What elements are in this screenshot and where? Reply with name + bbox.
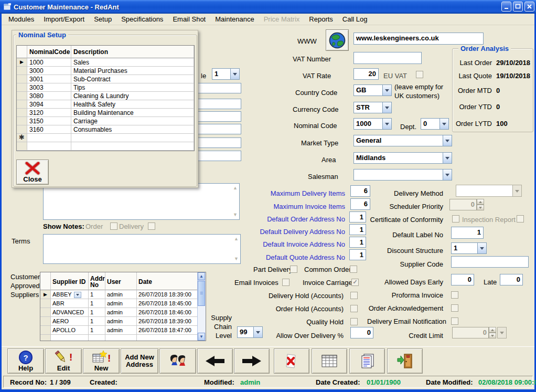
inspection-report-checkbox[interactable] xyxy=(517,215,524,223)
dropdown-arrow-icon[interactable] xyxy=(230,69,239,79)
delivery-method-dropdown[interactable] xyxy=(456,185,522,197)
dropdown-arrow-icon[interactable] xyxy=(382,85,391,96)
help-button[interactable]: ? Help xyxy=(7,348,44,374)
menu-modules[interactable]: Modules xyxy=(4,14,39,24)
nominal-code-dropdown[interactable]: 1000 xyxy=(353,118,392,130)
maximize-button[interactable] xyxy=(513,2,523,12)
dropdown-arrow-icon[interactable] xyxy=(74,292,81,298)
next-record-button[interactable] xyxy=(234,348,270,374)
show-notes-delivery-checkbox[interactable] xyxy=(148,223,155,230)
new-button[interactable]: ! New xyxy=(83,348,120,374)
supplier-row[interactable]: AERO1admin26/07/2018 18:39:00 xyxy=(40,317,198,326)
menu-call-log[interactable]: Call Log xyxy=(338,14,372,24)
spin-down-icon[interactable] xyxy=(489,333,496,338)
nominal-row[interactable]: ▶1000Sales xyxy=(17,58,194,67)
nominal-row[interactable]: 3003Tips xyxy=(17,83,194,92)
menu-setup[interactable]: Setup xyxy=(89,14,116,24)
add-new-address-button[interactable]: Add New Address xyxy=(121,348,158,374)
grid-view-button[interactable] xyxy=(312,348,347,374)
menu-email-shot[interactable]: Email Shot xyxy=(168,14,210,24)
minimize-button[interactable] xyxy=(501,2,511,12)
default-delivery-address-input[interactable]: 1 xyxy=(349,224,366,235)
www-input[interactable]: www.leskengineers.co.uk xyxy=(353,33,484,45)
discount-structure-dropdown[interactable]: 1 xyxy=(451,242,487,254)
nominal-row[interactable]: 3120Building Maintenance xyxy=(17,109,194,117)
invoice-carriage-checkbox[interactable] xyxy=(351,279,359,286)
vat-number-input[interactable] xyxy=(353,52,422,64)
style-dropdown[interactable]: 1 xyxy=(212,68,240,80)
dropdown-arrow-icon[interactable] xyxy=(382,119,391,129)
default-invoice-address-input[interactable]: 1 xyxy=(349,237,366,248)
delivery-email-notification-checkbox[interactable] xyxy=(451,317,458,325)
vat-rate-input[interactable]: 20 xyxy=(353,68,379,80)
contacts-button[interactable] xyxy=(159,348,196,374)
supplier-row[interactable]: ABR1admin26/07/2018 18:45:00 xyxy=(40,299,198,308)
spin-up-icon[interactable] xyxy=(489,327,496,333)
scroll-down-icon[interactable]: ▼ xyxy=(234,257,239,261)
order-acknowledgement-checkbox[interactable] xyxy=(451,304,458,312)
title-bar[interactable]: Customer Maintenance - RedAnt xyxy=(0,0,536,14)
area-dropdown[interactable]: Midlands xyxy=(353,152,452,164)
nominal-row[interactable]: 3150Carriage xyxy=(17,117,194,125)
menu-specifications[interactable]: Specifications xyxy=(116,14,168,24)
notes-textarea[interactable]: ▲ ▼ xyxy=(43,183,240,220)
spin-down-icon[interactable] xyxy=(477,205,484,210)
scroll-up-icon[interactable]: ▲ xyxy=(233,186,238,190)
supplier-row[interactable]: APOLLO1admin26/07/2018 18:47:00 xyxy=(40,326,198,335)
scrollbar-thumb[interactable]: ☰ xyxy=(198,281,205,306)
country-code-dropdown[interactable]: GB xyxy=(353,84,392,96)
order-hold-checkbox[interactable] xyxy=(350,305,358,312)
currency-code-dropdown[interactable]: STR xyxy=(353,102,392,113)
dropdown-arrow-icon[interactable] xyxy=(477,243,486,253)
certificate-of-conformity-checkbox[interactable] xyxy=(452,215,459,223)
spin-up-icon[interactable] xyxy=(477,199,484,205)
delete-record-button[interactable] xyxy=(274,348,309,374)
dropdown-arrow-icon[interactable] xyxy=(443,135,452,146)
close-button[interactable] xyxy=(524,2,534,12)
nominal-row[interactable]: 3160Consumables xyxy=(17,125,194,134)
suppliers-scrollbar[interactable]: ▲ ☰ ▼ xyxy=(197,272,206,341)
nominal-row[interactable]: 3080Cleaning & Laundry xyxy=(17,92,194,100)
dropdown-arrow-icon[interactable] xyxy=(443,169,452,180)
email-invoices-checkbox[interactable] xyxy=(282,279,290,286)
nominal-row[interactable]: 3094Health& Safety xyxy=(17,100,194,109)
scrollbar-up-icon[interactable]: ▲ xyxy=(198,272,205,280)
dropdown-arrow-icon[interactable] xyxy=(253,327,262,337)
common-order-checkbox[interactable] xyxy=(350,266,357,273)
nominal-new-row[interactable]: ✱ xyxy=(17,134,194,142)
scroll-down-icon[interactable]: ▼ xyxy=(233,213,238,217)
previous-record-button[interactable] xyxy=(197,348,233,374)
eu-vat-checkbox[interactable] xyxy=(416,71,423,78)
part-delivery-checkbox[interactable] xyxy=(290,266,297,273)
show-notes-order-checkbox[interactable] xyxy=(110,223,117,230)
allowed-days-early-input[interactable]: 0 xyxy=(451,274,474,285)
edit-button[interactable]: ! Edit xyxy=(45,348,82,374)
supplier-row[interactable]: ▶ABBEY1admin26/07/2018 18:39:00 xyxy=(40,290,198,299)
terms-textarea[interactable]: ▲ ▼ xyxy=(43,234,241,264)
nominal-row[interactable]: 3000Material Purchases xyxy=(17,67,194,75)
scrollbar-down-icon[interactable]: ▼ xyxy=(198,333,205,341)
default-quote-address-input[interactable]: 1 xyxy=(349,249,366,260)
dropdown-arrow-icon[interactable] xyxy=(443,153,452,163)
supplier-code-input[interactable] xyxy=(451,256,529,268)
market-type-dropdown[interactable]: General xyxy=(353,135,452,146)
menu-maintenance[interactable]: Maintenance xyxy=(210,14,259,24)
scheduler-priority-spinner[interactable]: 0 xyxy=(449,199,484,210)
supply-chain-level-dropdown[interactable]: 99 xyxy=(237,326,263,338)
www-globe-button[interactable] xyxy=(326,29,349,51)
nominal-row[interactable]: 3001Sub-Contract xyxy=(17,75,194,83)
supplier-row[interactable]: ADVANCED1admin26/07/2018 18:46:00 xyxy=(40,308,198,317)
report-button[interactable] xyxy=(349,348,385,374)
credit-limit-dropdown[interactable] xyxy=(497,327,507,338)
exit-button[interactable] xyxy=(387,348,423,374)
delivery-hold-checkbox[interactable] xyxy=(350,292,358,299)
default-label-no-input[interactable]: 1 xyxy=(451,227,484,239)
dropdown-arrow-icon[interactable] xyxy=(382,102,391,113)
close-dialog-button[interactable]: Close xyxy=(16,160,49,185)
salesman-dropdown[interactable] xyxy=(353,169,452,181)
late-input[interactable]: 0 xyxy=(500,274,523,285)
credit-limit-spinner[interactable]: 0 xyxy=(452,327,496,338)
proforma-invoice-checkbox[interactable] xyxy=(451,291,458,299)
menu-reports[interactable]: Reports xyxy=(304,14,338,24)
default-order-address-input[interactable]: 1 xyxy=(349,211,366,223)
